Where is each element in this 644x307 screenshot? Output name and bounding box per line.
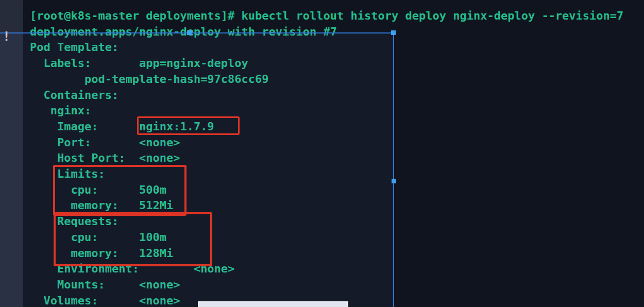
- selection-handle-top-right[interactable]: [391, 30, 396, 35]
- terminal-line: [root@k8s-master deployments]# kubectl r…: [30, 8, 623, 24]
- exclamation-marker: !: [3, 30, 10, 43]
- red-highlight-requests-block: [54, 212, 212, 266]
- selection-handle-right-middle[interactable]: [392, 179, 396, 183]
- white-bar-fragment: [198, 301, 348, 307]
- selection-handle-top-middle[interactable]: [187, 30, 192, 35]
- red-highlight-limits-block: [53, 165, 187, 216]
- red-highlight-image-value: [137, 116, 240, 135]
